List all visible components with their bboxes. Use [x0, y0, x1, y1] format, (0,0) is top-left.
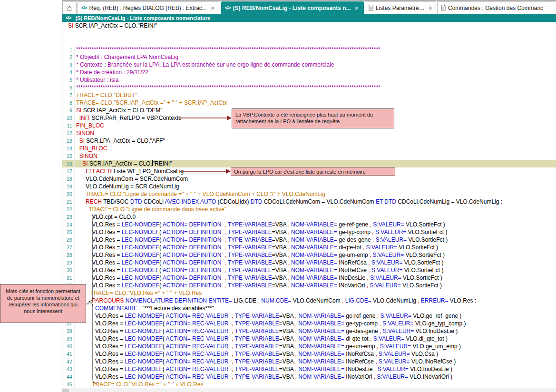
code-line-33[interactable]: 33 TRACE= CLO."VLO.Res =" + " " + VLO.Re… — [62, 289, 556, 297]
code-line-35[interactable]: 35 COMMENTAIRE : "***Lecture des variabl… — [62, 304, 556, 312]
code-line-44[interactable]: 44 VLO.Res = LEC-NOMDEF( ACTION= REC-VAL… — [62, 373, 556, 381]
code-token: S:VALEUR= — [380, 343, 411, 350]
code-line-30[interactable]: 30 VLO.Res = LEC-NOMDEF( ACTION= DEFINIT… — [62, 266, 556, 274]
close-icon[interactable]: × — [211, 5, 215, 11]
code-line-41[interactable]: 41 VLO.Res = LEC-NOMDEF( ACTION= REC-VAL… — [62, 350, 556, 358]
code-text: TRACE= CLO."Ligne de commande =" + " " +… — [75, 190, 325, 198]
code-token: S:VALEUR= — [379, 358, 410, 365]
code-line-18[interactable]: 18 VLO.CdeNumCom = SCR.CdeNumCom — [62, 175, 556, 183]
code-line-23[interactable]: 23 VLO.cpt = CLO.0 — [62, 213, 556, 221]
horizontal-scrollbar[interactable] — [62, 388, 556, 392]
code-line-1[interactable]: 1***************************************… — [62, 46, 556, 53]
close-icon[interactable]: × — [429, 5, 432, 11]
code-line-40[interactable]: 40 VLO.Res = LEC-NOMDEF( ACTION= REC-VAL… — [62, 343, 556, 350]
code-token: VLO.Res = — [76, 252, 122, 258]
code-line-24[interactable]: 24 VLO.Res = LEC-NOMDEF( ACTION= DEFINIT… — [62, 221, 556, 228]
code-text: TRACE= CLO."Ligne de commande dans base … — [75, 206, 226, 213]
code-text: VLO.Res = LEC-NOMDEF( ACTION= DEFINITION… — [75, 236, 448, 244]
code-line-34[interactable]: 34 PARCOURS NOMENCLATURE DEFINITION ENTI… — [62, 297, 556, 304]
code-line-22[interactable]: 22 TRACE= CLO."Ligne de commande dans ba… — [62, 206, 556, 213]
code-text: VLO.CdeNumLig = SCR.CdeNumLig — [75, 183, 179, 190]
code-token: S:VALEUR= — [376, 236, 407, 243]
code-token: LEC-NOMDEF — [125, 366, 162, 372]
code-text: TRACE= CLO."DEBUT" — [75, 91, 137, 99]
tab-req-reb[interactable]: </> Req. (REB) : Règles DIALOG (REB) : E… — [78, 1, 220, 14]
code-token: ACTION= DEFINITION — [163, 244, 222, 251]
code-token: ACTION= REC-VALEUR — [166, 313, 228, 319]
code-token: VLO.SortieFct ) — [401, 282, 442, 289]
code-token — [76, 198, 86, 205]
line-number: 16 — [62, 160, 75, 167]
code-token: NOM-VARIABLE= — [298, 358, 344, 365]
code-line-7[interactable]: 7TRACE= CLO."DEBUT" — [62, 91, 556, 99]
code-line-27[interactable]: 27 VLO.Res = LEC-NOMDEF( ACTION= DEFINIT… — [62, 244, 556, 251]
code-line-37[interactable]: 37 VLO.Res = LEC-NOMDEF( ACTION= REC-VAL… — [62, 320, 556, 327]
code-line-45[interactable]: 45 TRACE= CLO."VLO.Res =" + " " + VLO.Re… — [62, 381, 556, 388]
code-editor[interactable]: 1***************************************… — [62, 29, 556, 392]
code-line-5[interactable]: 5* Utilisateur : isia — [62, 76, 556, 84]
code-token: INoRefCsa — [337, 259, 368, 266]
tab-listes-parametrees[interactable]: Listes Paramétrées × — [365, 1, 436, 14]
line-number: 38 — [62, 327, 75, 335]
code-text: TRACE= CLO."VLO.Res =" + " " + VLO.Res — [75, 381, 204, 388]
code-text: VLO.Res = LEC-NOMDEF( ACTION= REC-VALEUR… — [75, 343, 461, 350]
code-token: ACTION= DEFINITION — [163, 236, 222, 243]
code-token: SI — [68, 22, 73, 29]
code-line-21[interactable]: 21 RECH TBD/SOC DTD CDCoLi AVEC INDEX AU… — [62, 198, 556, 206]
code-line-13[interactable]: 13 SI SCR.LPA_ActCtx = CLO."AFF" — [62, 137, 556, 145]
code-text: VLO.Res = LEC-NOMDEF( ACTION= REC-VALEUR… — [75, 373, 452, 381]
code-line-14[interactable]: 14 FIN_BLOC — [62, 145, 556, 152]
code-token: * Utilisateur : isia — [76, 77, 118, 83]
code-token: ACTION= REC-VALEUR — [166, 351, 228, 357]
code-text: TRACE= CLO."SCR.IAP_ActCtx =" + " " + SC… — [75, 99, 227, 107]
code-line-20[interactable]: 20 TRACE= CLO."Ligne de commande =" + " … — [62, 190, 556, 198]
code-line-42[interactable]: 42 VLO.Res = LEC-NOMDEF( ACTION= REC-VAL… — [62, 358, 556, 365]
scrollbar-thumb[interactable] — [62, 389, 69, 392]
code-token: VLO.CdeNumLig = SCR.CdeNumLig — [76, 183, 179, 190]
line-number: 24 — [62, 221, 75, 228]
tab-commandes[interactable]: Commandes : Gestion des Commanc — [437, 1, 556, 14]
tab-bar: ⌂ </> Req. (REB) : Règles DIALOG (REB) :… — [62, 0, 556, 14]
code-line-2[interactable]: 2* Objectif : Chargement LPA NomCsaLig — [62, 53, 556, 61]
code-token: ACTION= DEFINITION — [163, 259, 222, 266]
code-line-3[interactable]: 3* Contexte : Branchée sur la LPA. La LP… — [62, 61, 556, 69]
code-token: LIG.CDE= — [345, 297, 371, 304]
tab-nomcsalig-active[interactable]: </> (S) REB/NomCsaLig - Liste composants… — [221, 1, 364, 14]
code-token: VLO.di_qte_tot ) — [404, 335, 448, 342]
code-token: FIN_BLOC — [76, 122, 104, 129]
code-token: LEC-NOMDEF — [122, 282, 159, 289]
code-line-25[interactable]: 25 VLO.Res = LEC-NOMDEF( ACTION= DEFINIT… — [62, 228, 556, 236]
code-token: ACTION= DEFINITION — [163, 267, 222, 274]
code-token: COMMENTAIRE — [95, 305, 137, 312]
code-token: VLO.InoDesLie ) — [409, 366, 452, 372]
code-token: DTD — [130, 198, 142, 205]
code-token: VLO.CdeNumCom — [291, 297, 342, 304]
code-line-43[interactable]: 43 VLO.Res = LEC-NOMDEF( ACTION= REC-VAL… — [62, 365, 556, 373]
tab-home[interactable]: ⌂ — [62, 1, 77, 14]
code-line-39[interactable]: 39 VLO.Res = LEC-NOMDEF( ACTION= REC-VAL… — [62, 335, 556, 343]
code-line-8[interactable]: 8TRACE= CLO."SCR.IAP_ActCtx =" + " " + S… — [62, 99, 556, 107]
code-token: S:VALEUR= — [379, 351, 410, 357]
code-line-29[interactable]: 29 VLO.Res = LEC-NOMDEF( ACTION= DEFINIT… — [62, 259, 556, 266]
code-token: VLO.Res = — [76, 328, 125, 334]
code-text: VLO.Res = LEC-NOMDEF( ACTION= REC-VALEUR… — [75, 327, 458, 335]
code-line-16[interactable]: 16 SI SCR.IAP_ActCtx = CLO."REINI" — [62, 160, 556, 167]
code-line-6[interactable]: 6***************************************… — [62, 84, 556, 91]
code-line-26[interactable]: 26 VLO.Res = LEC-NOMDEF( ACTION= DEFINIT… — [62, 236, 556, 244]
code-line-31[interactable]: 31 VLO.Res = LEC-NOMDEF( ACTION= DEFINIT… — [62, 274, 556, 282]
code-line-36[interactable]: 36 VLO.Res = LEC-NOMDEF( ACTION= REC-VAL… — [62, 312, 556, 320]
code-line-28[interactable]: 28 VLO.Res = LEC-NOMDEF( ACTION= DEFINIT… — [62, 251, 556, 259]
line-number: 4 — [62, 69, 75, 76]
close-icon[interactable]: × — [355, 5, 359, 11]
code-token: VLO.INoRefCse ) — [410, 358, 456, 365]
code-token: (CDCoLiIdx) — [216, 198, 251, 205]
code-line-4[interactable]: 4* Date de création : 29/11/22 — [62, 69, 556, 76]
code-token: NOM-VARIABLE= — [298, 328, 344, 334]
code-line-15[interactable]: 15 SINON — [62, 152, 556, 160]
code-line-38[interactable]: 38 VLO.Res = LEC-NOMDEF( ACTION= REC-VAL… — [62, 327, 556, 335]
code-line-32[interactable]: 32 VLO.Res = LEC-NOMDEF( ACTION= DEFINIT… — [62, 282, 556, 289]
code-line-19[interactable]: 19 VLO.CdeNumLig = SCR.CdeNumLig — [62, 183, 556, 190]
code-token: ge-des-gene — [337, 236, 372, 243]
code-text: VLO.Res = LEC-NOMDEF( ACTION= REC-VALEUR… — [75, 358, 456, 365]
code-line-12[interactable]: 12SINON — [62, 129, 556, 137]
